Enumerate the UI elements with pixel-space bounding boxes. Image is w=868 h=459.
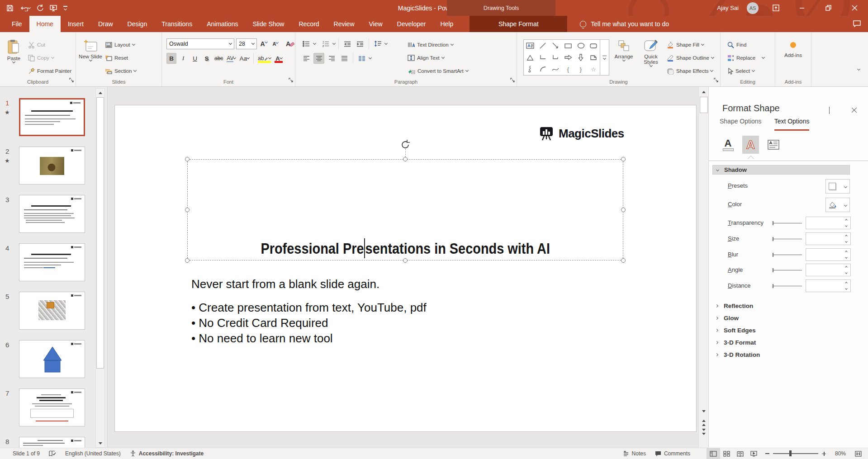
slide-lead-text[interactable]: Never start from a blank slide again. <box>191 277 379 291</box>
shape-oval-icon[interactable] <box>574 40 587 52</box>
shape-rounded-rectangle-icon[interactable] <box>587 40 600 52</box>
thumbnail[interactable] <box>19 243 85 281</box>
resize-handle-mid-left[interactable] <box>185 208 190 212</box>
align-left-button[interactable] <box>301 53 312 64</box>
increase-font-size-button[interactable]: A <box>259 38 269 49</box>
shape-elbow-arrow-connector-icon[interactable] <box>549 52 562 63</box>
shapes-gallery-more-button[interactable] <box>600 39 609 76</box>
increase-indent-button[interactable] <box>355 38 365 49</box>
align-text-button[interactable]: Align Text <box>406 52 470 63</box>
section-3d-rotation[interactable]: 3-D Rotation <box>709 349 868 361</box>
color-dropdown[interactable] <box>825 198 850 212</box>
blur-slider[interactable] <box>773 255 802 255</box>
thumb-scrollbar-thumb[interactable] <box>96 97 104 369</box>
canvas-scrollbar-thumb[interactable] <box>700 97 708 113</box>
thumbnail[interactable] <box>19 292 85 330</box>
angle-spinbox[interactable] <box>806 264 851 276</box>
thumbnail[interactable] <box>19 437 85 448</box>
tab-insert[interactable]: Insert <box>61 16 91 32</box>
tab-design[interactable]: Design <box>120 16 155 32</box>
layout-button[interactable]: Layout <box>104 39 138 50</box>
size-slider[interactable] <box>773 239 802 239</box>
normal-view-button[interactable] <box>707 448 720 459</box>
avatar[interactable]: AS <box>747 2 759 14</box>
shapes-gallery[interactable]: { } ☆ <box>523 39 600 76</box>
blur-spinbox[interactable] <box>806 248 851 261</box>
zoom-slider-thumb[interactable] <box>789 450 792 456</box>
canvas-scroll-up-icon[interactable] <box>700 88 708 96</box>
drawing-dialog-launcher-icon[interactable] <box>714 76 719 85</box>
text-effects-icon[interactable]: A <box>742 136 759 154</box>
tab-review[interactable]: Review <box>327 16 362 32</box>
reading-view-button[interactable] <box>734 448 747 459</box>
shape-outline-button[interactable]: Shape Outline <box>665 52 715 63</box>
clear-formatting-button[interactable]: A <box>285 38 296 49</box>
slide-counter[interactable]: Slide 1 of 9 <box>0 448 44 459</box>
section-soft-edges[interactable]: Soft Edges <box>709 324 868 336</box>
replace-button[interactable]: Replace <box>726 52 766 63</box>
share-comment-icon[interactable] <box>853 20 861 28</box>
shape-left-brace-icon[interactable]: { <box>562 63 574 75</box>
tell-me-box[interactable]: Tell me what you want to do <box>580 16 669 32</box>
tab-shape-format[interactable]: Shape Format <box>470 16 567 32</box>
tab-text-options[interactable]: Text Options <box>774 118 810 131</box>
convert-smartart-button[interactable]: Convert to SmartArt <box>406 66 470 76</box>
distance-slider[interactable] <box>773 286 802 286</box>
tab-record[interactable]: Record <box>291 16 326 32</box>
title-textbox-selection[interactable]: Professional Presentations in Seconds wi… <box>187 159 623 260</box>
shape-rectangle-icon[interactable] <box>562 40 574 52</box>
zoom-in-button[interactable] <box>822 448 830 459</box>
thumbnail[interactable] <box>19 388 85 426</box>
resize-handle-bottom-left[interactable] <box>185 258 190 263</box>
slide-title[interactable]: Professional Presentations in Seconds wi… <box>261 238 550 257</box>
copy-button[interactable]: Copy <box>27 52 73 63</box>
slide-bullet-3[interactable]: • No need to learn new tool <box>191 331 427 346</box>
slide-sorter-view-button[interactable] <box>720 448 734 459</box>
shape-freeform-icon[interactable] <box>587 52 600 63</box>
shape-arc-icon[interactable] <box>536 63 549 75</box>
save-icon[interactable] <box>6 5 14 12</box>
italic-button[interactable]: I <box>178 53 188 64</box>
resize-handle-top-center[interactable] <box>403 157 408 161</box>
canvas-scrollbar[interactable] <box>698 87 708 448</box>
format-painter-button[interactable]: Format Painter <box>27 66 73 76</box>
character-spacing-button[interactable]: AV <box>226 53 237 64</box>
tab-draw[interactable]: Draw <box>91 16 120 32</box>
tab-view[interactable]: View <box>362 16 390 32</box>
restore-button[interactable] <box>819 0 837 16</box>
resize-handle-bottom-center[interactable] <box>403 258 408 263</box>
resize-handle-bottom-right[interactable] <box>621 258 626 263</box>
size-spinbox[interactable] <box>806 232 851 245</box>
next-slide-button[interactable] <box>700 429 708 437</box>
shape-curve-icon[interactable] <box>549 63 562 75</box>
columns-button[interactable] <box>356 53 367 64</box>
tab-transitions[interactable]: Transitions <box>154 16 199 32</box>
zoom-slider[interactable] <box>773 453 818 454</box>
customize-qat-icon[interactable] <box>63 6 67 10</box>
paste-button[interactable]: Paste <box>3 38 25 76</box>
new-slide-button[interactable]: New Slide <box>79 38 102 76</box>
accessibility-status[interactable]: Accessibility: Investigate <box>125 448 208 459</box>
thumbnail[interactable] <box>19 98 85 136</box>
quick-styles-button[interactable]: Quick Styles <box>638 38 664 76</box>
shape-arrow-icon[interactable] <box>549 40 562 52</box>
change-case-button[interactable]: Aa <box>238 53 250 64</box>
notes-toggle[interactable]: Notes <box>618 448 650 459</box>
font-dialog-launcher-icon[interactable] <box>289 76 294 85</box>
slide-editing-surface[interactable]: MagicSlides Professional Presenta <box>114 105 697 432</box>
shape-right-arrow-icon[interactable] <box>562 52 574 63</box>
highlight-color-button[interactable]: ab <box>257 53 272 64</box>
user-name[interactable]: Ajay Sai <box>717 5 739 11</box>
shape-down-arrow-icon[interactable] <box>574 52 587 63</box>
resize-handle-mid-right[interactable] <box>621 208 626 212</box>
resize-handle-top-left[interactable] <box>185 157 190 161</box>
section-3d-format[interactable]: 3-D Format <box>709 336 868 349</box>
redo-icon[interactable] <box>37 5 43 11</box>
resize-handle-top-right[interactable] <box>621 157 626 161</box>
align-center-button[interactable] <box>313 53 324 64</box>
thumbnail-scrollbar[interactable] <box>95 88 105 448</box>
clipboard-dialog-launcher-icon[interactable] <box>69 76 74 85</box>
panel-close-icon[interactable] <box>850 105 859 114</box>
collapse-ribbon-icon[interactable] <box>854 65 863 73</box>
presets-dropdown[interactable] <box>825 179 850 194</box>
